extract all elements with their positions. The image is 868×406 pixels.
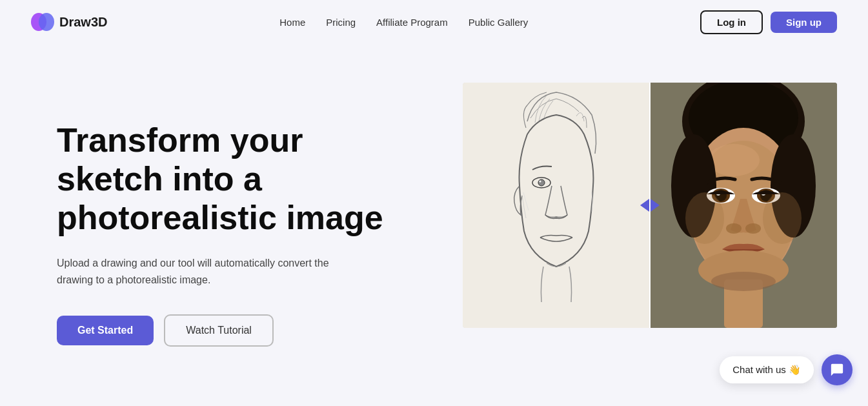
hero-subtitle: Upload a drawing and our tool will autom… (57, 255, 367, 288)
svg-point-1 (39, 13, 54, 31)
nav-links: Home Pricing Affiliate Program Public Ga… (279, 17, 528, 28)
sketch-side (463, 83, 650, 328)
chat-bubble: Chat with us 👋 (720, 356, 814, 383)
arrow-left-icon (640, 199, 649, 212)
nav-home[interactable]: Home (279, 17, 305, 28)
signup-button[interactable]: Sign up (771, 12, 837, 33)
chat-label: Chat with us 👋 (732, 364, 801, 376)
hero-title: Transform your sketch into a photorealis… (57, 121, 418, 237)
svg-point-4 (538, 179, 545, 186)
svg-point-22 (726, 223, 742, 234)
hero-left: Transform your sketch into a photorealis… (57, 96, 418, 347)
watch-tutorial-button[interactable]: Watch Tutorial (164, 314, 274, 347)
sketch-svg (463, 83, 650, 328)
logo-text: Draw3D (59, 15, 107, 30)
hero-actions: Get Started Watch Tutorial (57, 314, 418, 347)
nav-pricing[interactable]: Pricing (326, 17, 356, 28)
logo[interactable]: Draw3D (31, 10, 107, 34)
svg-point-11 (708, 144, 760, 176)
arrow-right-icon (651, 199, 660, 212)
navbar: Draw3D Home Pricing Affiliate Program Pu… (0, 0, 868, 44)
hero-image (463, 83, 837, 328)
main-content: Transform your sketch into a photorealis… (0, 44, 868, 354)
svg-point-23 (745, 223, 761, 234)
chat-icon (830, 363, 844, 377)
get-started-button[interactable]: Get Started (57, 316, 154, 345)
chat-widget: Chat with us 👋 (720, 354, 853, 385)
svg-point-26 (711, 272, 776, 291)
nav-actions: Log in Sign up (700, 10, 837, 34)
chat-button[interactable] (822, 354, 853, 385)
photo-side (650, 83, 837, 328)
logo-icon (31, 10, 54, 34)
svg-point-28 (763, 192, 802, 244)
split-arrow (640, 199, 660, 212)
nav-gallery[interactable]: Public Gallery (469, 17, 529, 28)
svg-point-27 (685, 192, 724, 244)
svg-rect-2 (463, 83, 650, 328)
hero-right (457, 96, 837, 354)
svg-point-5 (540, 181, 541, 183)
login-button[interactable]: Log in (700, 10, 763, 34)
nav-affiliate[interactable]: Affiliate Program (376, 17, 448, 28)
photo-svg (650, 83, 837, 328)
